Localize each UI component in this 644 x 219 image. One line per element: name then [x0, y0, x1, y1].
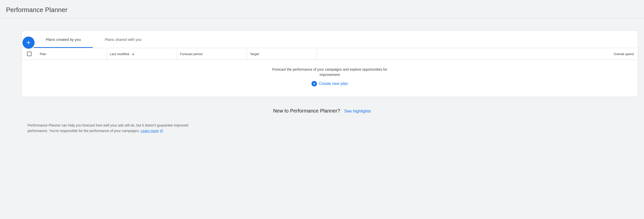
- column-header-target[interactable]: Target: [247, 48, 317, 60]
- column-label: Forecast period: [180, 52, 202, 56]
- column-label: Target: [250, 52, 259, 56]
- tab-label: Plans shared with you: [105, 37, 142, 42]
- column-checkbox: [22, 48, 37, 60]
- create-new-plan-link[interactable]: Create new plan: [311, 81, 348, 86]
- column-label: Overall spend: [614, 52, 634, 56]
- column-header-forecast[interactable]: Forecast period: [177, 48, 247, 60]
- tab-plans-created[interactable]: Plans created by you: [34, 31, 93, 48]
- page-title: Performance Planner: [6, 6, 638, 14]
- disclaimer: Performance Planner can help you forecas…: [6, 119, 206, 140]
- empty-state: Forecast the performance of your campaig…: [22, 60, 638, 97]
- disclaimer-text: Performance Planner can help you forecas…: [28, 123, 188, 133]
- learn-more-link[interactable]: Learn more: [141, 128, 163, 134]
- tab-plans-shared[interactable]: Plans shared with you: [93, 31, 154, 48]
- arrow-down-icon: [131, 52, 135, 56]
- tabs-row: Plans created by you Plans shared with y…: [22, 31, 638, 48]
- plus-icon: [26, 40, 32, 46]
- column-header-plan[interactable]: Plan: [37, 48, 107, 60]
- column-label: Plan: [40, 52, 46, 56]
- create-link-label: Create new plan: [319, 81, 348, 86]
- highlights-heading: New to Performance Planner?: [273, 108, 340, 114]
- page-header: Performance Planner: [0, 0, 644, 19]
- learn-more-label: Learn more: [141, 128, 159, 134]
- content-area: Plans created by you Plans shared with y…: [0, 31, 644, 140]
- highlights-row: New to Performance Planner? See highligh…: [6, 97, 638, 119]
- external-link-icon: [160, 129, 163, 133]
- empty-state-message: Forecast the performance of your campaig…: [263, 67, 396, 77]
- plus-circle-icon: [311, 81, 317, 86]
- column-header-spend[interactable]: Overall spend: [317, 48, 638, 60]
- tab-label: Plans created by you: [46, 37, 81, 42]
- column-header-modified[interactable]: Last modified: [107, 48, 177, 60]
- select-all-checkbox[interactable]: [27, 52, 32, 56]
- column-label: Last modified: [110, 52, 129, 56]
- see-highlights-link[interactable]: See highlights: [344, 109, 371, 114]
- plans-card: Plans created by you Plans shared with y…: [22, 31, 638, 97]
- create-plan-fab[interactable]: [23, 37, 35, 49]
- table-header-row: Plan Last modified Forecast period Targe…: [22, 48, 638, 60]
